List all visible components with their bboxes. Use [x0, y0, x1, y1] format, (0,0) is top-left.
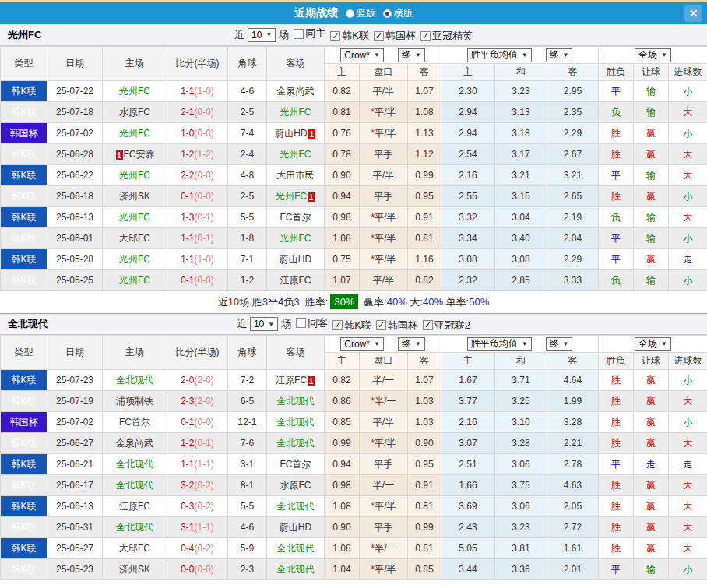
filter-checkbox[interactable]: 同主 [294, 26, 325, 40]
avg-final-select[interactable]: 终▼ [546, 48, 573, 62]
col-date: 日期 [47, 47, 103, 81]
team-label: 江原FC [119, 501, 150, 512]
cell-score: 2-3(2-0) [167, 391, 228, 412]
avg-select[interactable]: 胜平负均值▼ [467, 337, 532, 351]
subcol-odds-home: 主 [325, 64, 360, 81]
cell-away: 全北现代 [267, 433, 325, 454]
cell-avg-away: 2.29 [547, 123, 599, 144]
handicap-label: 平/半 [375, 128, 396, 139]
cell-handicap: *平/半 [360, 559, 408, 580]
summary-part: 40% [423, 296, 443, 308]
checkbox-unchecked-icon[interactable] [296, 318, 306, 328]
team-label: 大邱FC [119, 233, 150, 244]
cell-home: 光州FC [103, 165, 167, 186]
cell-avg-draw: 3.40 [495, 228, 547, 249]
score-halftime: (0-0) [195, 275, 214, 286]
team-label: FC安养 [124, 149, 155, 160]
cell-avg-home: 2.94 [441, 102, 495, 123]
subcol-goals: 进球数 [669, 64, 707, 81]
team-label: 光州FC [119, 212, 150, 223]
team-label: 蔚山HD [280, 522, 311, 533]
team-label: 全北现代 [277, 417, 315, 428]
cell-type: 韩国杯 [1, 412, 47, 433]
radio-horizontal-layout[interactable]: 横版 [383, 7, 413, 20]
odds-final-select[interactable]: 终▼ [398, 48, 425, 62]
odds-final-select[interactable]: 终▼ [398, 337, 425, 351]
filter-checkbox[interactable]: ✓韩国杯 [376, 319, 418, 333]
cell-avg-home: 2.54 [441, 144, 495, 165]
filter-checkbox[interactable]: ✓亚冠联2 [423, 319, 470, 333]
handicap-label: 平/半 [375, 254, 396, 265]
cell-corner: 7-1 [228, 249, 267, 270]
cell-type: 韩K联 [1, 475, 47, 496]
filter-row: 全北现代 近 10▼ 场 同客✓韩K联✓韩国杯✓亚冠联2 [0, 313, 707, 335]
cell-home: 大邱FC [103, 538, 167, 559]
filter-checkbox[interactable]: ✓韩K联 [330, 29, 369, 43]
odds-source-select[interactable]: Crow*▼ [340, 48, 384, 62]
radio-icon[interactable] [346, 9, 354, 18]
recent-count-select[interactable]: 10▼ [248, 28, 276, 42]
matches-table: 类型 日期 主场 比分(半场) 角球 客场 Crow*▼ 终▼ 胜平负均值▼ 终… [0, 335, 707, 580]
cell-odds-home: 0.85 [325, 412, 360, 433]
chevron-down-icon: ▼ [522, 340, 528, 347]
avg-final-select[interactable]: 终▼ [546, 337, 573, 351]
checkbox-checked-icon[interactable]: ✓ [374, 31, 384, 41]
team-label: 全北现代 [277, 396, 315, 407]
filter-checkbox[interactable]: ✓韩国杯 [374, 29, 416, 43]
cell-odds-home: 0.90 [325, 517, 360, 538]
avg-select[interactable]: 胜平负均值▼ [467, 48, 532, 62]
cell-avg-draw: 3.04 [495, 207, 547, 228]
cell-score: 2-0(2-0) [167, 370, 228, 391]
score-halftime: (0-2) [195, 543, 214, 554]
cell-avg-draw: 3.23 [495, 517, 547, 538]
cell-type: 韩K联 [1, 249, 47, 270]
cell-odds-home: 0.98 [325, 207, 360, 228]
cell-avg-draw: 2.85 [495, 270, 547, 291]
filter-checkbox[interactable]: 同客 [296, 316, 328, 330]
team-label: 江原FC [276, 375, 307, 386]
cell-score: 1-1(1-1) [167, 454, 228, 475]
subcol-handicap: 盘口 [360, 353, 408, 370]
odds-source-select[interactable]: Crow*▼ [340, 337, 384, 351]
match-row: 韩K联25-06-281FC安养1-2(1-2)2-4光州FC0.78平手1.1… [1, 144, 707, 165]
cell-handicap: *平/半 [360, 207, 408, 228]
col-score: 比分(半场) [167, 336, 228, 370]
cell-date: 25-06-22 [47, 165, 103, 186]
col-away: 客场 [267, 47, 325, 81]
scope-select[interactable]: 全场▼ [635, 337, 671, 351]
checkbox-checked-icon[interactable]: ✓ [332, 320, 343, 330]
summary-part: 50% [469, 296, 489, 308]
cell-goals-result: 小 [669, 559, 707, 580]
recent-prefix-label: 近 [237, 317, 247, 331]
cell-odds-home: 0.94 [325, 186, 360, 207]
cell-avg-home: 2.16 [441, 412, 495, 433]
header-row-1: 类型 日期 主场 比分(半场) 角球 客场 Crow*▼ 终▼ 胜平负均值▼ 终… [1, 47, 707, 64]
radio-vertical-layout[interactable]: 竖版 [346, 7, 375, 20]
cell-date: 25-06-21 [47, 454, 103, 475]
checkbox-checked-icon[interactable]: ✓ [330, 31, 340, 41]
cell-result: 胜 [599, 370, 634, 391]
filter-checkbox[interactable]: ✓韩K联 [332, 319, 371, 333]
cell-result: 平 [599, 454, 634, 475]
cell-away: 江原FC1 [267, 370, 325, 391]
cell-handicap: *平/半 [360, 249, 408, 270]
checkbox-checked-icon[interactable]: ✓ [376, 320, 386, 330]
team-label: FC首尔 [280, 459, 311, 470]
recent-count-select[interactable]: 10▼ [250, 317, 278, 331]
avg-group-header: 胜平负均值▼ 终▼ [441, 47, 599, 64]
scope-select[interactable]: 全场▼ [635, 48, 671, 62]
checkbox-unchecked-icon[interactable] [294, 29, 304, 39]
cell-home: 光州FC [103, 81, 167, 102]
checkbox-checked-icon[interactable]: ✓ [420, 31, 431, 41]
filter-checkbox-label: 亚冠精英 [432, 29, 473, 43]
cell-handicap: *半/一 [360, 391, 408, 412]
col-corner: 角球 [228, 47, 267, 81]
filter-checkbox[interactable]: ✓亚冠精英 [420, 29, 473, 43]
radio-icon[interactable] [383, 9, 392, 18]
cell-odds-home: 0.75 [325, 249, 360, 270]
match-row: 韩K联25-07-23全北现代2-0(2-0)7-2江原FC10.82半/一1.… [1, 370, 707, 391]
checkbox-checked-icon[interactable]: ✓ [423, 320, 433, 330]
cell-avg-home: 3.34 [441, 228, 495, 249]
close-icon[interactable]: ✕ [684, 5, 702, 22]
cell-odds-home: 0.86 [325, 391, 360, 412]
